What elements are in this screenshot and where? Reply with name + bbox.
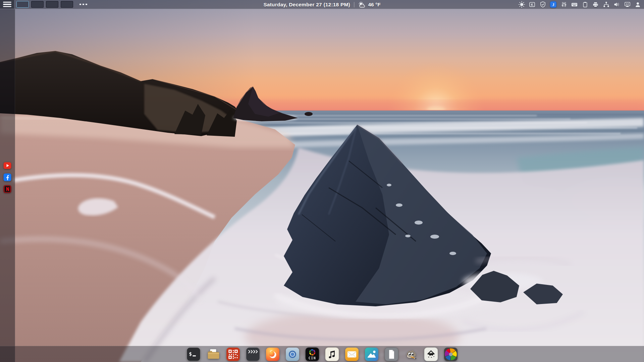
k-app-icon[interactable]: K — [529, 1, 536, 8]
brightness-icon[interactable] — [518, 1, 525, 8]
inkscape-launcher[interactable] — [424, 347, 438, 361]
qr-code-tool-launcher[interactable] — [226, 347, 240, 361]
youtube-launcher[interactable] — [3, 162, 11, 170]
file-manager-launcher[interactable] — [206, 347, 220, 361]
svg-text:ZZ: ZZ — [626, 3, 629, 6]
workspace-3[interactable] — [46, 1, 58, 8]
facebook-launcher[interactable] — [3, 173, 11, 181]
temperature-label: 46 °F — [368, 2, 380, 8]
terminal-launcher[interactable]: $ — [186, 347, 201, 361]
zz-monitor-icon[interactable]: ZZ — [624, 1, 631, 8]
svg-text:$: $ — [189, 351, 192, 356]
video-editor-launcher[interactable] — [246, 347, 260, 361]
chromium-browser-launcher[interactable] — [285, 347, 300, 361]
joplin-icon[interactable]: J — [550, 1, 557, 8]
system-tray: K J ZZ — [518, 0, 642, 9]
text-document-launcher[interactable] — [384, 347, 398, 361]
date-time-label[interactable]: Saturday, December 27 (12:18 PM) — [263, 2, 350, 8]
raw-photo-editor-launcher[interactable] — [444, 347, 458, 361]
partly-cloudy-icon — [358, 1, 366, 8]
sliders-icon[interactable] — [560, 1, 568, 8]
workspace-1[interactable] — [16, 1, 29, 8]
workspace-4[interactable] — [61, 1, 73, 8]
bottom-dock-panel: $ CIN — [0, 346, 644, 362]
music-player-launcher[interactable] — [325, 347, 339, 361]
firefox-browser-launcher[interactable] — [266, 347, 280, 361]
user-icon[interactable] — [634, 1, 641, 8]
gimp-launcher[interactable] — [404, 347, 418, 361]
volume-icon[interactable] — [613, 1, 620, 8]
clock-weather-group: Saturday, December 27 (12:18 PM) 46 °F — [263, 0, 380, 9]
netflix-launcher[interactable] — [3, 185, 11, 193]
divider — [354, 2, 355, 7]
printer-icon[interactable] — [592, 1, 599, 8]
workspace-switcher — [16, 1, 73, 8]
shield-check-icon[interactable] — [539, 1, 546, 8]
svg-text:K: K — [531, 3, 534, 7]
network-icon[interactable] — [603, 1, 610, 8]
hamburger-menu-icon[interactable] — [0, 0, 14, 9]
cinelerra-launcher[interactable]: CIN — [305, 347, 319, 361]
top-panel: Saturday, December 27 (12:18 PM) 46 °F K — [0, 0, 644, 9]
keyboard-icon[interactable] — [571, 1, 578, 8]
left-dock — [0, 9, 15, 362]
svg-text:J: J — [552, 2, 555, 7]
workspace-2[interactable] — [31, 1, 44, 8]
bottom-dock: $ CIN — [186, 347, 458, 361]
photos-launcher[interactable] — [365, 347, 379, 361]
svg-text:CIN: CIN — [308, 356, 316, 360]
clipboard-icon[interactable] — [582, 1, 589, 8]
ellipsis-menu-icon[interactable] — [78, 2, 89, 7]
weather-widget[interactable]: 46 °F — [358, 1, 380, 8]
wallpaper-beach-sunset — [0, 0, 644, 362]
email-client-launcher[interactable] — [345, 347, 359, 361]
